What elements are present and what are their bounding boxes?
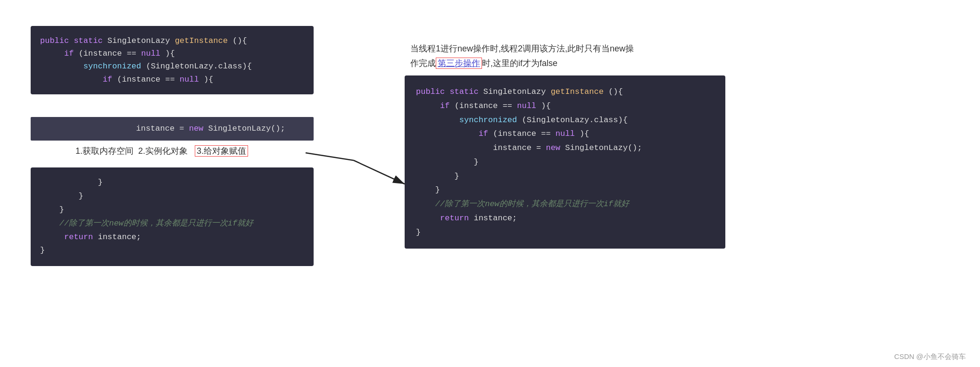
- rcode-6: }: [416, 155, 714, 169]
- rcode-9: //除了第一次new的时候，其余都是只进行一次if就好: [416, 197, 714, 211]
- code-line-3: synchronized (SingletonLazy.class){: [40, 60, 304, 73]
- annotation-text: 当线程1进行new操作时,线程2调用该方法,此时只有当new操 作完成第三步操作…: [410, 42, 634, 70]
- main-container: public static SingletonLazy getInstance …: [0, 0, 980, 367]
- rcode-8: }: [416, 183, 714, 197]
- rcode-3: synchronized (SingletonLazy.class){: [416, 113, 714, 127]
- right-code-block: public static SingletonLazy getInstance …: [405, 75, 725, 249]
- watermark: CSDN @小鱼不会骑车: [894, 352, 966, 361]
- step-3-highlight: 3.给对象赋值: [195, 145, 248, 157]
- arrow-line-2: [354, 160, 405, 184]
- rcode-11: }: [416, 225, 714, 240]
- rcode-1: public static SingletonLazy getInstance …: [416, 85, 714, 99]
- code-line-1: public static SingletonLazy getInstance …: [40, 34, 304, 47]
- rcode-2: if (instance == null ){: [416, 99, 714, 113]
- bottom-line-3: }: [40, 203, 304, 217]
- middle-code-line: instance = new SingletonLazy();: [31, 117, 314, 141]
- rcode-4: if (instance == null ){: [416, 127, 714, 141]
- rcode-7: }: [416, 169, 714, 184]
- left-top-code-block: public static SingletonLazy getInstance …: [31, 26, 314, 94]
- bottom-line-1: }: [40, 176, 304, 190]
- bottom-line-2: }: [40, 190, 304, 203]
- bottom-line-4: //除了第一次new的时候，其余都是只进行一次if就好: [40, 217, 304, 231]
- left-bottom-code-block: } } } //除了第一次new的时候，其余都是只进行一次if就好 return…: [31, 167, 314, 266]
- code-line-4: if (instance == null ){: [40, 73, 304, 86]
- code-line-2: if (instance == null ){: [40, 47, 304, 60]
- bottom-line-5: return instance;: [40, 231, 304, 244]
- bottom-line-6: }: [40, 244, 304, 258]
- rcode-5: instance = new SingletonLazy();: [416, 141, 714, 155]
- steps-label: 1.获取内存空间 2.实例化对象 3.给对象赋值: [75, 145, 248, 157]
- rcode-10: return instance;: [416, 211, 714, 225]
- arrow-line-1: [306, 153, 354, 160]
